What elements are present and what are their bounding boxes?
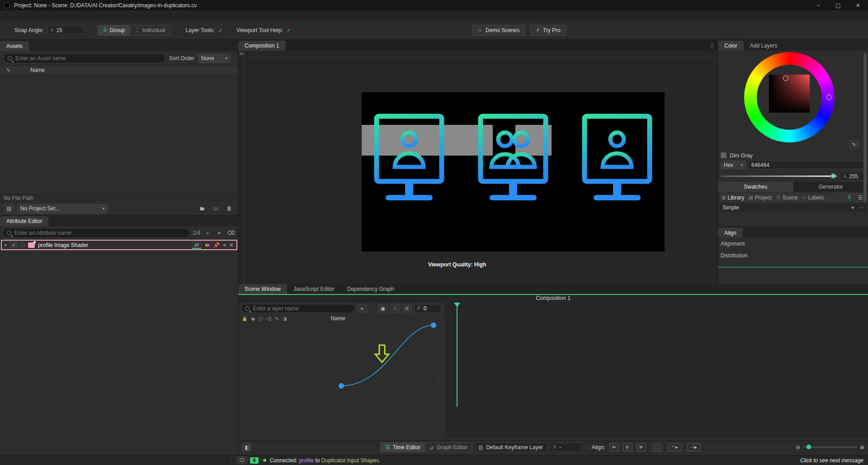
alpha-slider-knob[interactable]: [830, 173, 836, 179]
hex-mode-select[interactable]: Hex▾: [721, 161, 746, 169]
asset-search-input[interactable]: Enter an Asset name: [4, 53, 165, 63]
try-pro-button[interactable]: ⚡Try Pro: [530, 25, 566, 36]
viewport-help-check[interactable]: ✓: [287, 27, 291, 33]
solo-filter-icon[interactable]: ◉: [378, 304, 388, 313]
pin-icon[interactable]: 📌: [213, 242, 220, 248]
box-select-icon[interactable]: ⬚: [652, 443, 662, 451]
step-keys-icon[interactable]: ⊣▸: [687, 443, 701, 451]
panel-scrollbar[interactable]: [863, 53, 867, 203]
clear-attr-icon[interactable]: ⌫: [226, 229, 236, 237]
message-bubble-icon[interactable]: 🗨: [236, 456, 247, 464]
timeline-ruler[interactable]: [446, 303, 868, 314]
attribute-search-input[interactable]: Enter an Attribute name: [3, 228, 190, 238]
sort-order-select[interactable]: None▾: [198, 54, 231, 63]
minimize-button[interactable]: –: [808, 2, 828, 9]
labels-tab[interactable]: Labels: [808, 195, 824, 201]
collapse-panel-icon[interactable]: ◧: [242, 443, 253, 452]
lightning-icon: ⚡: [536, 27, 539, 33]
filter-attr-icon[interactable]: ⌖: [215, 229, 224, 237]
library-tab[interactable]: Library: [727, 195, 744, 201]
color-eyedropper-icon[interactable]: ✎: [849, 140, 859, 149]
alpha-value[interactable]: A255: [840, 172, 865, 180]
scene-tab[interactable]: Scene: [783, 195, 798, 201]
chevron-down-icon[interactable]: ▾: [851, 204, 854, 211]
project-tab[interactable]: Project: [755, 195, 772, 201]
magnet-icon[interactable]: ⁘: [390, 304, 400, 313]
time-editor-toggle[interactable]: ☰Time Editor: [381, 443, 425, 452]
hex-value-input[interactable]: 646464: [748, 161, 865, 169]
demo-scenes-button[interactable]: ⁘Demo Scenes: [472, 25, 525, 36]
graph-editor-toggle[interactable]: ⊿Graph Editor: [425, 443, 472, 452]
viewport-panel: Composition 1 ⣿ px: [238, 40, 717, 298]
color-wheel[interactable]: [744, 52, 835, 142]
attribute-editor-tab[interactable]: Attribute Editor: [0, 216, 48, 226]
bottom-panel: Scene Window JavaScript Editor Dependenc…: [238, 284, 868, 455]
align-right-key-icon[interactable]: ⊫: [637, 443, 646, 451]
snap-angle-input[interactable]: #15: [47, 26, 84, 34]
ease-curve-icon[interactable]: ◠▸: [668, 443, 682, 451]
dependency-graph-tab[interactable]: Dependency Graph: [341, 284, 401, 294]
layer-search-input[interactable]: Enter a layer name: [241, 304, 355, 313]
more-options-icon[interactable]: ⋯: [859, 204, 864, 211]
pane-splitter-grip[interactable]: ⋮: [436, 375, 441, 381]
align-left-key-icon[interactable]: ⊨: [609, 443, 619, 451]
swatches-tab[interactable]: Swatches: [718, 182, 793, 192]
hue-selector[interactable]: [826, 95, 832, 100]
zoom-attr-icon[interactable]: ⌕: [203, 229, 212, 237]
trash-icon[interactable]: 🗑: [224, 204, 235, 214]
cube-icon[interactable]: ⬡: [259, 316, 263, 321]
alignment-label: Alignment: [721, 241, 745, 247]
composition-canvas[interactable]: [362, 92, 665, 251]
toggle-icon[interactable]: ◨: [282, 316, 286, 321]
maximize-button[interactable]: ▢: [828, 2, 848, 9]
target-icon[interactable]: ⌖: [223, 242, 226, 248]
add-layer-button[interactable]: +: [357, 304, 367, 313]
timeline-area[interactable]: [445, 303, 868, 438]
project-set-select[interactable]: No Project Set...▾: [17, 204, 108, 214]
panel-grip-icon[interactable]: ⣿: [706, 41, 717, 51]
footer-frame-field[interactable]: F-: [550, 442, 582, 452]
enabled-check-icon[interactable]: ✓: [10, 242, 18, 248]
generator-tab[interactable]: Generator: [793, 182, 868, 192]
playhead-marker[interactable]: [454, 303, 460, 307]
message-count-badge[interactable]: 9: [250, 457, 259, 464]
group-toggle[interactable]: ⠿Group: [98, 25, 130, 35]
keyframe-bullet[interactable]: [21, 243, 25, 247]
composition-tab[interactable]: Composition 1: [238, 41, 286, 51]
saturation-value-box[interactable]: [769, 75, 810, 113]
close-button[interactable]: ✕: [848, 2, 868, 9]
scene-window-tab[interactable]: Scene Window: [238, 284, 287, 294]
project-folder-icon[interactable]: ▤: [4, 204, 14, 214]
align-center-key-icon[interactable]: ⊪: [623, 443, 632, 451]
playhead[interactable]: [457, 303, 458, 407]
speaker-icon[interactable]: ◁): [266, 316, 271, 321]
alpha-slider[interactable]: [721, 176, 837, 177]
layer-tools-check[interactable]: ✓: [218, 27, 223, 33]
folder-icon[interactable]: 🖿: [197, 204, 208, 214]
lock-icon[interactable]: 🔒: [242, 316, 247, 321]
sv-selector[interactable]: [783, 76, 788, 81]
swatch-category[interactable]: Simple: [722, 204, 739, 211]
keyframe-nav-icons[interactable]: [205, 243, 210, 247]
eye-icon[interactable]: ◉: [251, 316, 255, 321]
dropper-icon[interactable]: ✎: [275, 316, 278, 321]
close-icon[interactable]: ✕: [229, 242, 234, 248]
individual-toggle[interactable]: ⠅Individual: [130, 25, 171, 35]
assets-tab[interactable]: Assets: [0, 41, 29, 51]
javascript-editor-tab[interactable]: JavaScript Editor: [287, 284, 341, 294]
add-layers-tab[interactable]: Add Layers: [744, 41, 784, 51]
grid-view-icon[interactable]: ⠿: [845, 194, 854, 201]
timeline-zoom-slider[interactable]: [803, 446, 857, 448]
transfer-icon[interactable]: ⇄: [192, 241, 202, 249]
frame-field[interactable]: F0: [414, 304, 441, 313]
filter-settings-icon[interactable]: ⚟: [402, 304, 412, 313]
zoom-in-icon[interactable]: ⊕: [860, 444, 864, 451]
monitor-icon[interactable]: ▭: [210, 204, 221, 214]
zoom-out-icon[interactable]: ⊖: [796, 444, 800, 451]
keyframe-layer-select[interactable]: ▤Default Keyframe Layer: [475, 442, 547, 452]
collapse-chevron-icon[interactable]: ▾: [5, 242, 7, 247]
align-tab[interactable]: Align: [718, 228, 743, 238]
next-message-hint[interactable]: Click to see next message: [800, 457, 863, 464]
shader-header[interactable]: ▾ ✓ profile Image Shader ⇄ 📌 ⌖ ✕: [1, 240, 237, 250]
color-tab[interactable]: Color: [718, 41, 744, 51]
